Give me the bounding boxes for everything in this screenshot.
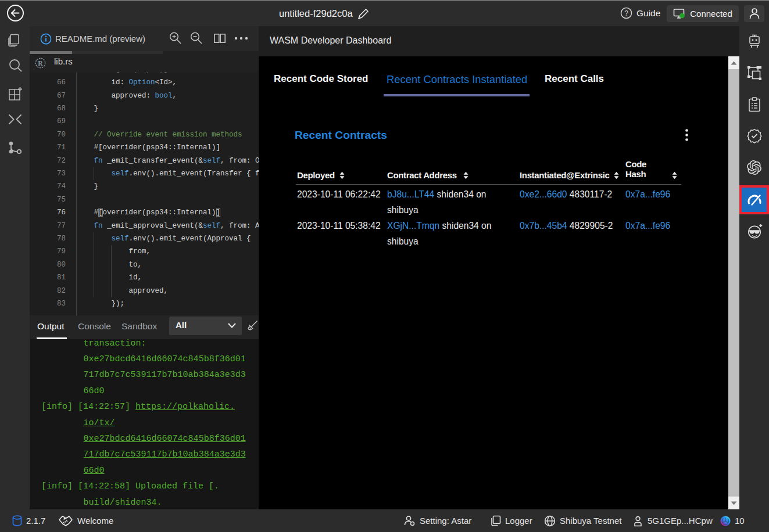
svg-text:?: ?: [624, 9, 628, 17]
svg-text:R: R: [38, 60, 43, 67]
